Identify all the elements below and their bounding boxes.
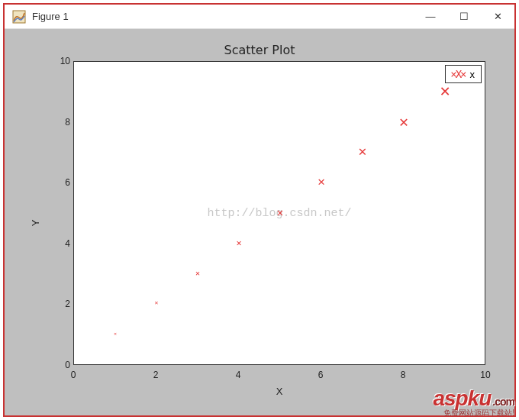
- close-button[interactable]: ✕: [481, 5, 514, 28]
- scatter-marker: ✕: [195, 270, 200, 277]
- chart-title: Scatter Plot: [21, 43, 498, 57]
- scatter-marker: ✕: [440, 82, 450, 99]
- titlebar: Figure 1 — ☐ ✕: [5, 5, 514, 29]
- y-tick: 0: [58, 360, 70, 370]
- watermark-text: http://blog.csdn.net/: [207, 207, 351, 220]
- window-title: Figure 1: [32, 11, 69, 22]
- y-tick: 10: [58, 56, 70, 66]
- x-tick: 4: [236, 370, 241, 380]
- scatter-marker: ✕: [114, 331, 117, 336]
- window-controls: — ☐ ✕: [414, 5, 514, 28]
- scatter-marker: ✕: [277, 207, 283, 218]
- legend-label: x: [470, 69, 475, 80]
- x-tick: 0: [71, 370, 76, 380]
- x-tick: 8: [401, 370, 406, 380]
- x-tick: 10: [480, 370, 490, 380]
- figure-canvas: Scatter Plot Y X http://blog.csdn.net/ ×…: [5, 29, 514, 415]
- x-tick: 2: [153, 370, 159, 380]
- x-tick: 6: [318, 370, 324, 380]
- window-frame: Figure 1 — ☐ ✕ Scatter Plot Y X http://b…: [3, 3, 516, 417]
- y-tick: 4: [58, 238, 70, 249]
- plot-frame: Scatter Plot Y X http://blog.csdn.net/ ×…: [21, 44, 498, 402]
- maximize-button[interactable]: ☐: [447, 5, 481, 28]
- y-axis-label: Y: [30, 220, 41, 227]
- scatter-marker: ✕: [359, 144, 367, 158]
- scatter-marker: ✕: [318, 176, 325, 188]
- legend: ×X× x: [445, 65, 482, 83]
- app-icon: [12, 10, 26, 24]
- plot-area: http://blog.csdn.net/ ×X× x ✕✕✕✕✕✕✕✕✕: [73, 61, 485, 365]
- y-tick: 2: [58, 299, 70, 309]
- minimize-button[interactable]: —: [414, 5, 447, 28]
- scatter-marker: ✕: [399, 114, 408, 129]
- y-tick: 8: [58, 117, 70, 128]
- legend-marker-icon: ×X×: [450, 68, 465, 80]
- scatter-marker: ✕: [236, 238, 241, 247]
- y-tick: 6: [58, 177, 70, 188]
- scatter-marker: ✕: [155, 300, 159, 306]
- x-axis-label: X: [73, 386, 485, 397]
